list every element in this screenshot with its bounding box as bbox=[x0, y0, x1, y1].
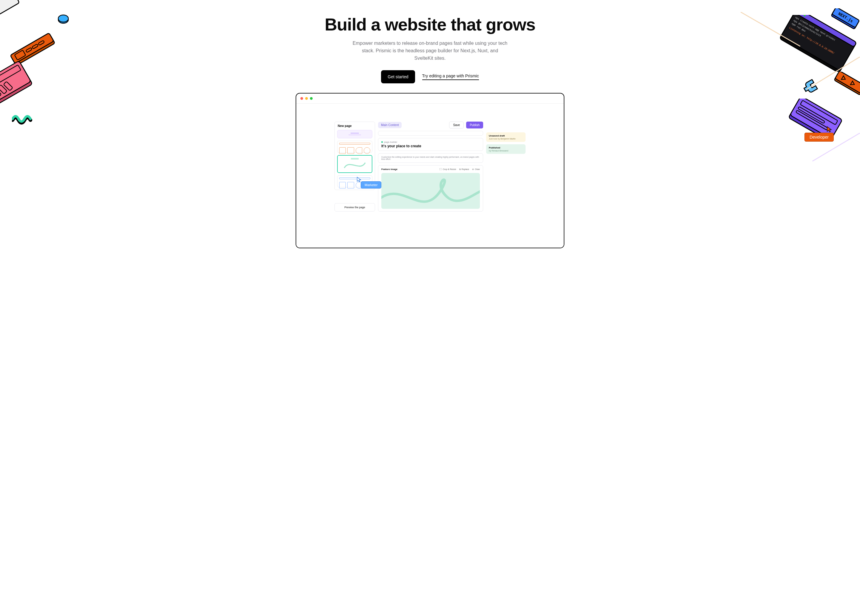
new-page-label: New page bbox=[335, 122, 375, 130]
clear-button[interactable]: ⊘Clear bbox=[472, 168, 480, 171]
marketer-badge: Marketer bbox=[361, 181, 381, 189]
crop-icon: ⛶ bbox=[439, 168, 442, 170]
title-field[interactable]: page-builder It's your place to create bbox=[378, 138, 483, 151]
thumb-hero[interactable] bbox=[337, 130, 372, 138]
hero-subhead: Empower marketers to release on-brand pa… bbox=[352, 40, 508, 62]
window-close-icon[interactable] bbox=[300, 97, 303, 100]
feature-image-preview[interactable] bbox=[381, 173, 480, 209]
svg-rect-46 bbox=[351, 158, 359, 160]
crop-resize-button[interactable]: ⛶Crop & Resize bbox=[439, 168, 456, 171]
save-button[interactable]: Save bbox=[449, 122, 464, 129]
editor-window: Marketer New page bbox=[296, 93, 564, 248]
clear-icon: ⊘ bbox=[472, 168, 474, 171]
publish-button[interactable]: Publish bbox=[466, 122, 483, 129]
thumb-gallery-orange[interactable] bbox=[337, 141, 372, 152]
preview-page-button[interactable]: Preview the page bbox=[334, 203, 375, 212]
page-builder-label: page-builder bbox=[381, 141, 480, 143]
window-zoom-icon[interactable] bbox=[310, 97, 313, 100]
window-minimize-icon[interactable] bbox=[305, 97, 308, 100]
feature-image-block: Feature image ⛶Crop & Resize ⧉Replace ⊘C… bbox=[378, 165, 483, 212]
description-field[interactable]: Customize the editing experience to your… bbox=[378, 153, 483, 163]
window-titlebar bbox=[296, 94, 564, 104]
feature-image-label: Feature image bbox=[381, 168, 397, 171]
get-started-button[interactable]: Get started bbox=[381, 70, 415, 83]
title-value: It's your place to create bbox=[381, 144, 480, 148]
thumb-feature-selected[interactable] bbox=[337, 155, 372, 173]
main-content-chip[interactable]: Main Content bbox=[378, 122, 402, 128]
decor-cursor-dev bbox=[827, 126, 833, 133]
try-editing-link[interactable]: Try editing a page with Prismic bbox=[422, 74, 479, 80]
hero-headline: Build a website that grows bbox=[0, 14, 860, 35]
cursor-marketer-icon bbox=[356, 176, 362, 184]
replace-button[interactable]: ⧉Replace bbox=[459, 168, 469, 171]
developer-badge: Developer bbox=[805, 133, 834, 141]
status-published: Published by Renaud Bressand bbox=[486, 144, 526, 154]
svg-rect-44 bbox=[351, 133, 359, 134]
decor-green-squiggle bbox=[12, 113, 33, 126]
status-draft: Unsaved draft Just now by Benjamin Marti… bbox=[486, 132, 526, 142]
svg-rect-45 bbox=[348, 134, 361, 136]
replace-icon: ⧉ bbox=[459, 168, 461, 171]
